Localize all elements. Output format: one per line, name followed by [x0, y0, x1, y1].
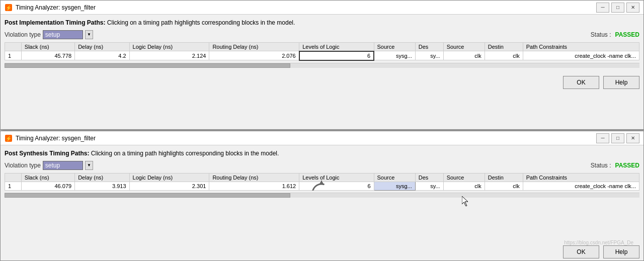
status-value-1: PASSED [615, 31, 639, 38]
col-logic-2: Logic Delay (ns) [129, 173, 209, 182]
window-controls-1: ─ □ ✕ [596, 3, 639, 13]
title-2: Timing Analyzer: sysgen_filter [16, 135, 596, 142]
violation-input-1[interactable] [43, 30, 83, 39]
cell-logicdelay-2: 2.301 [129, 182, 209, 190]
info-line-1: Post Implementation Timing Paths: Clicki… [5, 19, 639, 27]
violation-label-1: Violation type [5, 31, 41, 38]
cell-source2-2: clk [443, 182, 485, 190]
content-1: Post Implementation Timing Paths: Clicki… [1, 15, 643, 72]
table-area-2: Slack (ns) Delay (ns) Logic Delay (ns) R… [5, 173, 639, 191]
cell-delay-1: 4.2 [75, 51, 129, 60]
cell-levels-1: 6 [299, 51, 374, 60]
table-area-1: Slack (ns) Delay (ns) Logic Delay (ns) R… [5, 42, 639, 61]
cell-logicdelay-1: 2.124 [129, 51, 209, 60]
status-label-2: Status : [591, 162, 611, 169]
cell-des-2: sy... [415, 182, 443, 190]
title-1: Timing Analyzer: sysgen_filter [16, 4, 596, 11]
window-controls-2: ─ □ ✕ [596, 133, 639, 143]
col-num-1 [5, 42, 22, 51]
violation-dropdown-1[interactable]: ▼ [85, 30, 93, 39]
minimize-btn-1[interactable]: ─ [596, 3, 609, 13]
scrollbar-h-2[interactable] [5, 193, 639, 198]
col-levels-1: Levels of Logic [299, 42, 374, 51]
cell-routingdelay-1: 2.076 [209, 51, 299, 60]
titlebar-2: ⚡ Timing Analyzer: sysgen_filter ─ □ ✕ [1, 131, 643, 145]
info-rest-1: Clicking on a timing path highlights cor… [107, 19, 295, 26]
table-row[interactable]: 1 45.778 4.2 2.124 2.076 6 sysg... sy...… [5, 51, 639, 60]
violation-label-2: Violation type [5, 162, 41, 169]
violation-dropdown-2[interactable]: ▼ [85, 161, 93, 170]
data-table-2: Slack (ns) Delay (ns) Logic Delay (ns) R… [5, 173, 639, 191]
col-source2-1: Source [443, 42, 485, 51]
cell-slack-1: 45.778 [21, 51, 74, 60]
info-line-2: Post Synthesis Timing Paths: Clicking on… [5, 149, 639, 158]
col-constraints-1: Path Constraints [523, 42, 639, 51]
col-destin-1: Destin [485, 42, 523, 51]
col-destin-2: Destin [485, 173, 523, 182]
cell-num-1: 1 [5, 51, 22, 60]
col-des-2: Des [415, 173, 443, 182]
col-source-1: Source [374, 42, 415, 51]
violation-input-2[interactable] [43, 161, 83, 170]
col-des-1: Des [415, 42, 443, 51]
scrollbar-h-1[interactable] [5, 63, 639, 68]
ok-button-2[interactable]: OK [563, 245, 599, 258]
close-btn-1[interactable]: ✕ [626, 3, 639, 13]
violation-row-2: Violation type ▼ Status : PASSED [5, 161, 639, 170]
violation-row-1: Violation type ▼ Status : PASSED [5, 30, 639, 39]
svg-text:⚡: ⚡ [6, 5, 12, 11]
app-icon-1: ⚡ [5, 4, 13, 12]
cell-source-1: sysg... [374, 51, 415, 60]
cell-constraints-1: create_clock -name clk... [523, 51, 639, 60]
info-rest-2: Clicking on a timing path highlights cor… [91, 150, 279, 157]
info-bold-1: Post Implementation Timing Paths: [5, 19, 105, 26]
svg-text:⚡: ⚡ [6, 135, 12, 142]
button-row-1: OK Help [1, 72, 643, 93]
col-source2-2: Source [443, 173, 485, 182]
minimize-btn-2[interactable]: ─ [596, 133, 609, 143]
ok-button-1[interactable]: OK [563, 76, 599, 89]
scrollbar-thumb-2[interactable] [5, 193, 290, 198]
window-implementation: ⚡ Timing Analyzer: sysgen_filter ─ □ ✕ P… [0, 0, 644, 130]
col-num-2 [5, 173, 22, 182]
help-button-1[interactable]: Help [603, 76, 639, 89]
data-table-1: Slack (ns) Delay (ns) Logic Delay (ns) R… [5, 42, 639, 61]
col-levels-2: Levels of Logic [299, 173, 374, 182]
col-source-2: Source [374, 173, 415, 182]
cell-des-1: sy... [415, 51, 443, 60]
table-row[interactable]: 1 46.079 3.913 2.301 1.612 6 sysg... sy.… [5, 182, 639, 190]
cell-constraints-2: create_clock -name clk... [523, 182, 639, 190]
cell-delay-2: 3.913 [75, 182, 129, 190]
col-slack-1: Slack (ns) [21, 42, 74, 51]
cell-num-2: 1 [5, 182, 22, 190]
col-constraints-2: Path Constraints [523, 173, 639, 182]
close-btn-2[interactable]: ✕ [626, 133, 639, 143]
col-routing-1: Routing Delay (ns) [209, 42, 299, 51]
status-label-1: Status : [591, 31, 611, 38]
cell-source2-1: clk [443, 51, 485, 60]
scrollbar-thumb-1[interactable] [5, 63, 290, 68]
col-delay-1: Delay (ns) [75, 42, 129, 51]
maximize-btn-2[interactable]: □ [611, 133, 624, 143]
cell-levels-2: 6 [299, 182, 374, 190]
table-header-row-1: Slack (ns) Delay (ns) Logic Delay (ns) R… [5, 42, 639, 51]
app-icon-2: ⚡ [5, 134, 13, 142]
col-routing-2: Routing Delay (ns) [209, 173, 299, 182]
titlebar-1: ⚡ Timing Analyzer: sysgen_filter ─ □ ✕ [1, 1, 643, 15]
info-bold-2: Post Synthesis Timing Paths: [5, 150, 89, 157]
window-synthesis: ⚡ Timing Analyzer: sysgen_filter ─ □ ✕ P… [0, 131, 644, 261]
cell-destin-1: clk [485, 51, 523, 60]
cell-slack-2: 46.079 [21, 182, 74, 190]
maximize-btn-1[interactable]: □ [611, 3, 624, 13]
status-value-2: PASSED [615, 162, 639, 169]
cell-routingdelay-2: 1.612 [209, 182, 299, 190]
cell-source-2: sysg... [374, 182, 415, 190]
table-header-row-2: Slack (ns) Delay (ns) Logic Delay (ns) R… [5, 173, 639, 182]
col-logic-1: Logic Delay (ns) [129, 42, 209, 51]
content-2: Post Synthesis Timing Paths: Clicking on… [1, 145, 643, 202]
col-slack-2: Slack (ns) [21, 173, 74, 182]
col-delay-2: Delay (ns) [75, 173, 129, 182]
help-button-2[interactable]: Help [603, 245, 639, 258]
button-row-2: OK Help [559, 243, 643, 260]
cell-destin-2: clk [485, 182, 523, 190]
